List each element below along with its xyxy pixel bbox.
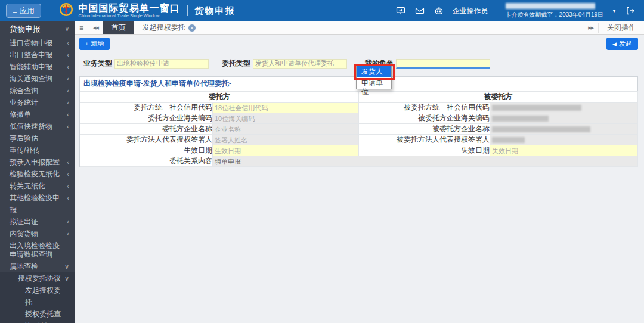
delegatee-customs-code-label: 被委托方企业海关编码 — [359, 113, 490, 124]
brand: 中国国际贸易单一窗口 China International Trade Sin… — [58, 1, 180, 20]
chevron-left-icon: ‹ — [67, 85, 69, 97]
business-type-label: 业务类型 — [83, 58, 112, 69]
scroll-tabs-right-icon[interactable]: ▶▶ — [583, 26, 598, 30]
column-header-delegator: 委托方 — [80, 92, 359, 103]
sidebar-item-certificate-issue[interactable]: 拟证出证‹ — [0, 216, 75, 228]
add-button[interactable]: + 新增 — [79, 38, 110, 50]
table-row: 生效日期 生效日期 失效日期 失效日期 — [80, 145, 638, 156]
brand-subtitle: China International Trade Single Window — [79, 13, 180, 18]
delegatee-customs-code-value — [490, 113, 638, 124]
delegatee-company-name-label: 被委托方企业名称 — [359, 124, 490, 135]
app-header: ≡ 应用 中国国际贸易单一窗口 China International Trad… — [0, 0, 644, 21]
brand-text: 中国国际贸易单一窗口 China International Trade Sin… — [79, 4, 180, 18]
table-row: 委托方统一社会信用代码 18位社会信用代码 被委托方统一社会信用代码 — [80, 103, 638, 113]
redacted-value — [492, 116, 549, 122]
expiry-date-input[interactable]: 失效日期 — [490, 145, 638, 156]
sidebar-item-local-inspection[interactable]: 属地查检∨ — [0, 260, 75, 272]
chevron-left-icon: ‹ — [67, 73, 69, 85]
mail-icon[interactable] — [414, 5, 425, 16]
delegation-relation-label: 委托关系内容 — [80, 156, 213, 167]
desktop-client-icon[interactable] — [395, 5, 406, 16]
service-robot-icon[interactable] — [434, 5, 444, 16]
sidebar-item-retransmit[interactable]: 重传/补传 — [0, 144, 75, 156]
header-right: 企业操作员 卡介质有效期截至：2033年04月19日 ▼ — [395, 3, 644, 19]
chevron-left-icon: ‹ — [67, 228, 69, 240]
effective-date-input[interactable]: 生效日期 — [213, 145, 359, 156]
module-title: 货物申报 — [195, 5, 236, 17]
chevron-left-icon: ‹ — [67, 49, 69, 61]
delegation-type-input[interactable] — [253, 59, 347, 69]
scroll-tabs-left-icon[interactable]: ◀◀ — [88, 21, 103, 34]
chevron-left-icon: ‹ — [67, 192, 69, 204]
delegator-signer-input: 签署人姓名 — [213, 135, 359, 145]
my-role-dropdown: 发货人 申请单位 — [356, 66, 392, 89]
sidebar-item-customs-notice-query[interactable]: 海关通知查询‹ — [0, 73, 75, 85]
sidebar-item-post-assessment[interactable]: 事后验估 — [0, 132, 75, 144]
delegator-uscc-label: 委托方统一社会信用代码 — [80, 103, 213, 113]
chevron-down-icon: ∨ — [64, 260, 69, 272]
brand-title: 中国国际贸易单一窗口 — [79, 4, 180, 13]
sidebar-title-cargo-declaration[interactable]: 货物申报 ∨ — [0, 21, 75, 37]
expiry-date-label: 失效日期 — [359, 145, 490, 156]
delegatee-signer-label: 被委托方法人代表授权签署人 — [359, 135, 490, 145]
sidebar-item-other-ciq-declaration[interactable]: 其他检验检疫申报‹ — [0, 192, 75, 216]
send-button[interactable]: ◀ 发起 — [606, 38, 638, 50]
brand-logo-icon — [58, 1, 75, 20]
table-header-row: 委托方 被委托方 — [80, 92, 638, 103]
apps-menu-label: 应用 — [20, 6, 35, 16]
delegation-table: 委托方 被委托方 委托方统一社会信用代码 18位社会信用代码 被委托方统一社会信… — [80, 91, 638, 167]
close-tab-icon[interactable]: × — [188, 24, 196, 32]
chevron-left-icon: ‹ — [67, 108, 69, 120]
sidebar-item-import-cargo[interactable]: 进口货物申报‹ — [0, 37, 75, 49]
sidebar-item-transit-paperless[interactable]: 转关无纸化‹ — [0, 180, 75, 192]
sidebar-item-authorization-query-confirm[interactable]: 授权委托查询/确认 — [0, 308, 75, 323]
chevron-left-icon: ‹ — [67, 61, 69, 73]
sidebar-item-ciq-paperless[interactable]: 检验检疫无纸化‹ — [0, 168, 75, 180]
dropdown-option-applicant-unit[interactable]: 申请单位 — [357, 77, 391, 89]
sidebar-item-ciq-data-query[interactable]: 出入境检验检疫申请数据查询 — [0, 240, 75, 260]
delegator-company-name-input: 企业名称 — [213, 124, 359, 135]
chevron-left-icon: ‹ — [67, 37, 69, 49]
sidebar-item-smart-assist[interactable]: 智能辅助申报‹ — [0, 61, 75, 73]
tab-home[interactable]: 首页 — [103, 21, 134, 34]
sidebar-item-business-stats[interactable]: 业务统计‹ — [0, 97, 75, 108]
tabbar-right: ▶▶ 关闭操作 — [583, 21, 644, 34]
delegator-customs-code-input: 10位海关编码 — [213, 113, 359, 124]
redacted-value — [492, 105, 581, 111]
sidebar-item-comprehensive-query[interactable]: 综合查询‹ — [0, 85, 75, 97]
redacted-value — [492, 126, 590, 132]
chevron-left-icon: ‹ — [67, 120, 69, 132]
tab-initiate-authorization[interactable]: 发起授权委托 × — [134, 21, 204, 34]
my-role-input[interactable] — [396, 59, 490, 69]
close-operations-menu[interactable]: 关闭操作 — [598, 23, 644, 33]
business-type-input[interactable] — [114, 59, 209, 69]
sidebar-item-export-integrated[interactable]: 出口整合申报‹ — [0, 49, 75, 61]
send-icon: ◀ — [612, 41, 617, 47]
delegator-uscc-input[interactable]: 18位社会信用代码 — [213, 103, 359, 113]
delegation-relation-value: 填单申报 — [213, 156, 638, 167]
apps-menu-button[interactable]: ≡ 应用 — [6, 4, 41, 18]
user-caret-down-icon[interactable]: ▼ — [612, 8, 617, 14]
user-role-label: 企业操作员 — [453, 6, 488, 16]
chevron-left-icon: ‹ — [67, 216, 69, 228]
toolbar: + 新增 ◀ 发起 — [79, 38, 638, 50]
tab-bar: ≡ ◀◀ 首页 发起授权委托 × ▶▶ 关闭操作 — [75, 21, 644, 35]
chevron-left-icon: ‹ — [67, 180, 69, 192]
tabbar-menu-icon[interactable]: ≡ — [75, 21, 88, 34]
dropdown-option-consignor[interactable]: 发货人 — [357, 66, 391, 77]
logout-icon[interactable] — [625, 5, 636, 16]
card-expiry-text: 卡介质有效期截至：2033年04月19日 — [506, 11, 604, 19]
sidebar-item-domestic-cargo[interactable]: 内贸货物‹ — [0, 228, 75, 240]
sidebar-item-initiate-authorization[interactable]: 发起授权委托 — [0, 284, 75, 308]
chevron-down-icon: ∨ — [64, 272, 69, 284]
chevron-down-icon: ∨ — [65, 21, 69, 37]
sidebar-item-amend-cancel[interactable]: 修撤单‹ — [0, 108, 75, 120]
sidebar-item-pre-entry-config[interactable]: 预录入申报配置‹ — [0, 156, 75, 168]
chevron-left-icon: ‹ — [67, 97, 69, 108]
plus-icon: + — [85, 41, 88, 47]
user-info[interactable]: 卡介质有效期截至：2033年04月19日 — [506, 3, 604, 19]
effective-date-label: 生效日期 — [80, 145, 213, 156]
sidebar-item-low-value-express[interactable]: 低值快速货物‹ — [0, 120, 75, 132]
table-row: 委托关系内容 填单申报 — [80, 156, 638, 167]
sidebar-item-authorization-agreement[interactable]: 授权委托协议∨ — [0, 272, 75, 284]
